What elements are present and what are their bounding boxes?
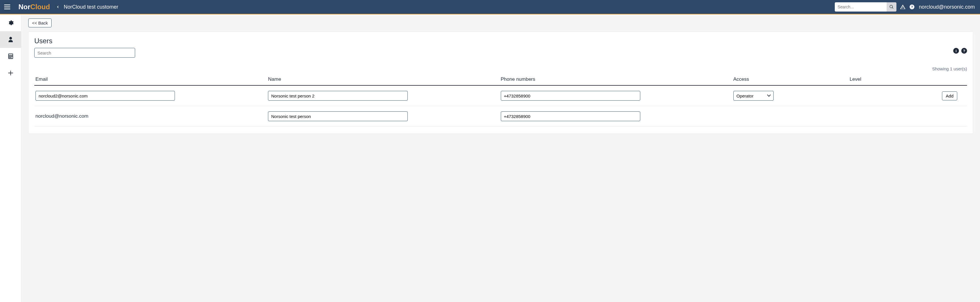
users-table: Email Name Phone numbers Access Level Op… xyxy=(34,74,967,126)
gear-icon xyxy=(8,20,14,26)
global-search-input[interactable] xyxy=(835,2,887,11)
logo-part-2: Cloud xyxy=(30,3,50,11)
sidebar-item-calculator[interactable] xyxy=(0,48,21,65)
email-text: norcloud@norsonic.com xyxy=(35,113,268,119)
col-phone: Phone numbers xyxy=(501,77,733,82)
table-row: Operator Add xyxy=(34,86,967,106)
user-icon xyxy=(8,36,14,43)
hamburger-icon xyxy=(3,3,11,11)
chevron-left-icon xyxy=(56,5,60,9)
users-card: Users i ? Showing 1 user(s) Email Name P… xyxy=(28,32,973,134)
phone-input[interactable] xyxy=(501,111,640,121)
calculator-icon xyxy=(8,53,14,59)
users-search-input[interactable] xyxy=(34,48,135,58)
alerts-button[interactable] xyxy=(900,4,906,10)
table-row: norcloud@norsonic.com xyxy=(34,106,967,126)
email-input[interactable] xyxy=(35,91,175,101)
help-icon: ? xyxy=(963,49,965,53)
sidebar-item-settings[interactable] xyxy=(0,14,21,31)
breadcrumb[interactable]: NorCloud test customer xyxy=(64,4,118,10)
col-level: Level xyxy=(850,77,966,82)
plus-icon xyxy=(8,70,14,76)
main-content: << Back Users i ? Showing 1 user(s) Emai… xyxy=(21,14,980,302)
sidebar xyxy=(0,14,21,302)
help-button[interactable]: ? xyxy=(909,4,915,10)
app-header: NorCloud NorCloud test customer ? norclo… xyxy=(0,0,980,14)
user-menu[interactable]: norcloud@norsonic.com xyxy=(919,4,975,10)
breadcrumb-back-button[interactable] xyxy=(55,4,61,10)
name-input[interactable] xyxy=(268,111,407,121)
access-select[interactable]: Operator xyxy=(733,91,774,101)
global-search xyxy=(835,2,896,11)
logo-part-1: Nor xyxy=(18,3,30,11)
hamburger-menu-button[interactable] xyxy=(0,0,14,14)
col-access: Access xyxy=(733,77,850,82)
info-icon: i xyxy=(956,49,957,53)
svg-text:?: ? xyxy=(911,5,913,9)
warning-icon xyxy=(900,4,906,10)
col-name: Name xyxy=(268,77,501,82)
help-icon: ? xyxy=(909,4,915,10)
add-user-button[interactable]: Add xyxy=(942,91,957,101)
result-count: Showing 1 user(s) xyxy=(34,66,967,71)
page-title: Users xyxy=(34,37,967,45)
sidebar-item-add[interactable] xyxy=(0,65,21,81)
global-search-button[interactable] xyxy=(887,2,896,11)
col-email: Email xyxy=(35,77,268,82)
search-icon xyxy=(889,5,894,9)
card-help-button[interactable]: ? xyxy=(961,48,967,54)
table-header: Email Name Phone numbers Access Level xyxy=(34,74,967,86)
back-button[interactable]: << Back xyxy=(28,18,52,27)
phone-input[interactable] xyxy=(501,91,640,101)
app-logo[interactable]: NorCloud xyxy=(18,3,50,11)
name-input[interactable] xyxy=(268,91,407,101)
sidebar-item-users[interactable] xyxy=(0,31,21,48)
info-button[interactable]: i xyxy=(953,48,959,54)
